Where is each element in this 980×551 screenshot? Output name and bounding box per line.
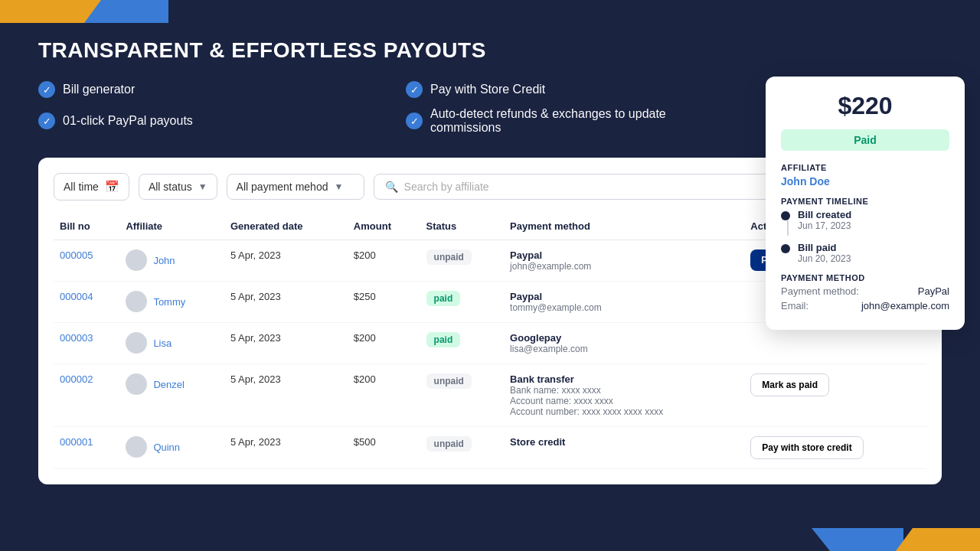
bill-link-3[interactable]: 000002 [60, 373, 93, 385]
affiliate-cell-2: Lisa [126, 332, 218, 354]
popup-timeline-label: PAYMENT TIMELINE [781, 197, 949, 206]
affiliate-name-2: Lisa [153, 337, 172, 349]
page-title: TRANSPARENT & EFFORTLESS PAYOUTS [38, 38, 942, 63]
bill-link-2[interactable]: 000003 [60, 332, 93, 344]
calendar-icon: 📅 [105, 180, 119, 194]
popup-method-label: PAYMENT METHOD [781, 273, 949, 282]
feature-store-credit: ✓ Pay with Store Credit [406, 81, 727, 98]
table-row: 000002 Denzel 5 Apr, 2023$200unpaid Bank… [54, 364, 926, 427]
col-header-amount: Amount [348, 213, 420, 240]
deco-top-left [0, 0, 168, 23]
date-2: 5 Apr, 2023 [224, 323, 348, 364]
timeline-dot-1 [781, 211, 790, 220]
event-name-1: Bill created [798, 209, 851, 220]
popup-affiliate-label: AFFILIATE [781, 163, 949, 172]
affiliate-cell-3: Denzel [126, 373, 218, 395]
status-badge-1: paid [426, 291, 461, 306]
payment-method-2: Googlepaylisa@example.com [510, 332, 738, 354]
payment-method-3: Bank transferBank name: xxxx xxxxAccount… [510, 373, 738, 417]
event-date-1: Jun 17, 2023 [798, 220, 851, 231]
popup-amount: $220 [781, 92, 949, 120]
popup-card: $220 Paid AFFILIATE John Doe PAYMENT TIM… [766, 77, 965, 330]
time-filter-label: All time [64, 181, 99, 193]
status-badge-3: unpaid [426, 373, 472, 389]
affiliate-name-3: Denzel [153, 379, 184, 390]
search-icon: 🔍 [385, 181, 398, 193]
date-0: 5 Apr, 2023 [224, 240, 348, 282]
status-badge-4: unpaid [426, 436, 472, 452]
check-icon-3: ✓ [38, 112, 55, 129]
bill-link-1[interactable]: 000004 [60, 291, 93, 302]
mark-paid-button-3[interactable]: Mark as paid [750, 373, 829, 396]
status-filter-label: All status [149, 181, 192, 193]
popup-affiliate-name: John Doe [781, 175, 949, 187]
check-icon-1: ✓ [38, 81, 55, 98]
timeline-item-2: Bill paid Jun 20, 2023 [781, 242, 949, 264]
amount-2: $200 [348, 323, 420, 364]
email-value: john@example.com [861, 300, 949, 311]
amount-4: $500 [348, 427, 420, 469]
amount-0: $200 [348, 240, 420, 282]
feature-bill-gen: ✓ Bill generator [38, 81, 360, 98]
timeline-dot-2 [781, 244, 790, 253]
feature-paypal: ✓ 01-click PayPal payouts [38, 107, 360, 135]
timeline-line-1 [787, 220, 789, 236]
payment-filter[interactable]: All payment mehod ▼ [227, 174, 364, 200]
features-grid: ✓ Bill generator ✓ Pay with Store Credit… [38, 81, 727, 135]
popup-method-row: Payment method: PayPal [781, 285, 949, 297]
action-cell-4: Pay with store credit [744, 427, 926, 469]
payment-filter-label: All payment mehod [237, 181, 328, 193]
col-header-affiliate: Affiliate [119, 213, 224, 240]
popup-email-row: Email: john@example.com [781, 300, 949, 311]
event-date-2: Jun 20, 2023 [798, 253, 851, 264]
amount-1: $250 [348, 282, 420, 323]
deco-bottom-right [812, 528, 980, 551]
store-credit-button-4[interactable]: Pay with store credit [750, 436, 863, 459]
affiliate-cell-4: Quinn [126, 436, 218, 458]
avatar-1 [126, 291, 147, 312]
timeline-item-1: Bill created Jun 17, 2023 [781, 209, 949, 237]
feature-label-4: Auto-detect refunds & exchanges to updat… [430, 107, 727, 135]
avatar-0 [126, 249, 147, 271]
feature-auto-detect: ✓ Auto-detect refunds & exchanges to upd… [406, 107, 727, 135]
status-badge-2: paid [426, 332, 461, 347]
date-1: 5 Apr, 2023 [224, 282, 348, 323]
avatar-2 [126, 332, 147, 354]
payment-method-4: Store credit [510, 436, 738, 448]
col-header-date: Generated date [224, 213, 348, 240]
chevron-down-icon-2: ▼ [334, 181, 343, 192]
date-4: 5 Apr, 2023 [224, 427, 348, 469]
affiliate-name-1: Tommy [153, 296, 185, 308]
search-placeholder: Search by affiliate [404, 181, 489, 193]
table-row: 000001 Quinn 5 Apr, 2023$500unpaid Store… [54, 427, 926, 469]
chevron-down-icon-1: ▼ [198, 181, 207, 192]
feature-label-2: Pay with Store Credit [430, 83, 545, 96]
status-badge-0: unpaid [426, 249, 472, 265]
avatar-4 [126, 436, 147, 458]
feature-label-1: Bill generator [63, 83, 135, 96]
affiliate-cell-0: John [126, 249, 218, 271]
status-filter[interactable]: All status ▼ [139, 174, 217, 200]
payment-method-label: Payment method: [781, 285, 859, 297]
time-filter[interactable]: All time 📅 [54, 173, 129, 201]
check-icon-4: ✓ [406, 112, 423, 129]
bill-link-0[interactable]: 000005 [60, 249, 93, 261]
check-icon-2: ✓ [406, 81, 423, 98]
affiliate-cell-1: Tommy [126, 291, 218, 312]
col-header-bill-no: Bill no [54, 213, 119, 240]
timeline-content-1: Bill created Jun 17, 2023 [798, 209, 851, 231]
payment-method-value: PayPal [918, 285, 949, 297]
col-header-status: Status [420, 213, 505, 240]
bill-link-4[interactable]: 000001 [60, 436, 93, 448]
col-header-payment: Payment method [504, 213, 744, 240]
feature-label-3: 01-click PayPal payouts [63, 114, 193, 128]
timeline-content-2: Bill paid Jun 20, 2023 [798, 242, 851, 264]
payment-method-0: Paypaljohn@example.com [510, 249, 738, 272]
email-label: Email: [781, 300, 808, 311]
popup-status-badge: Paid [781, 129, 949, 151]
action-cell-3: Mark as paid [744, 364, 926, 427]
event-name-2: Bill paid [798, 242, 851, 253]
payment-method-1: Paypaltommy@example.com [510, 291, 738, 313]
date-3: 5 Apr, 2023 [224, 364, 348, 427]
affiliate-name-4: Quinn [153, 442, 180, 453]
